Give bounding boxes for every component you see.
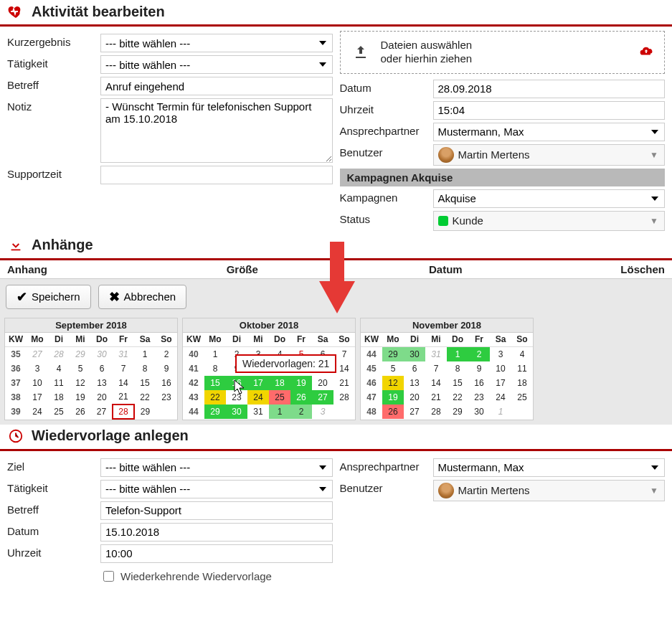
calendar-day[interactable]: 6 xyxy=(91,361,113,376)
calendar-day[interactable]: 12 xyxy=(70,376,91,390)
calendar-day[interactable]: 29 xyxy=(70,347,91,361)
calendar-day[interactable]: 28 xyxy=(113,405,134,419)
calendar-day[interactable]: 19 xyxy=(70,390,91,405)
calendar-day[interactable]: 7 xyxy=(425,361,447,376)
calendar-day[interactable]: 8 xyxy=(134,361,156,376)
calendar-day[interactable]: 27 xyxy=(91,405,113,419)
calendar-day[interactable]: 10 xyxy=(27,376,48,390)
calendar-day[interactable]: 26 xyxy=(382,405,404,419)
calendar-day[interactable]: 5 xyxy=(70,361,91,376)
calendar-day[interactable]: 17 xyxy=(247,376,269,390)
input-fu-uhrzeit[interactable] xyxy=(100,544,333,563)
file-dropzone[interactable]: Dateien auswählen oder hierhin ziehen xyxy=(340,31,666,74)
calendar-day[interactable]: 20 xyxy=(312,376,333,390)
calendar-day[interactable]: 29 xyxy=(134,405,156,419)
calendar-day[interactable]: 15 xyxy=(134,376,156,390)
calendar-day[interactable]: 2 xyxy=(156,347,177,361)
calendar-day[interactable]: 2 xyxy=(468,347,490,361)
calendar-day[interactable]: 25 xyxy=(511,390,533,405)
calendar-day[interactable]: 14 xyxy=(333,361,355,376)
calendar-day[interactable]: 8 xyxy=(447,361,468,376)
calendar-day[interactable]: 1 xyxy=(269,405,290,419)
calendar-day[interactable]: 22 xyxy=(447,390,468,405)
input-fu-betreff[interactable] xyxy=(100,501,333,520)
select-status[interactable]: Kunde ▼ xyxy=(433,211,666,231)
calendar-day[interactable]: 26 xyxy=(70,405,91,419)
select-fu-taetigkeit[interactable]: --- bitte wählen --- xyxy=(100,480,333,498)
calendar-day[interactable]: 7 xyxy=(333,347,355,361)
calendar-day[interactable]: 6 xyxy=(404,361,425,376)
calendar-day[interactable]: 23 xyxy=(156,390,177,405)
calendar-day[interactable]: 3 xyxy=(312,405,333,419)
calendar-day[interactable]: 23 xyxy=(226,390,247,405)
select-taetigkeit[interactable]: --- bitte wählen --- xyxy=(100,55,333,74)
calendar-day[interactable]: 28 xyxy=(333,390,355,405)
calendar-day[interactable]: 19 xyxy=(382,390,404,405)
calendar-day[interactable]: 27 xyxy=(404,405,425,419)
calendar-day[interactable]: 27 xyxy=(27,347,48,361)
calendar-day[interactable]: 13 xyxy=(404,376,425,390)
calendar-day[interactable]: 30 xyxy=(91,347,113,361)
calendar-day[interactable]: 22 xyxy=(204,390,226,405)
calendar-day[interactable]: 4 xyxy=(511,347,533,361)
calendar-day[interactable]: 27 xyxy=(312,390,333,405)
calendar-day[interactable]: 29 xyxy=(204,405,226,419)
calendar-day[interactable]: 10 xyxy=(490,361,511,376)
calendar-day[interactable]: 24 xyxy=(490,390,511,405)
calendar-day[interactable]: 21 xyxy=(333,376,355,390)
calendar-day[interactable]: 25 xyxy=(48,405,70,419)
calendar-day[interactable]: 31 xyxy=(425,347,447,361)
calendar-day[interactable]: 18 xyxy=(511,376,533,390)
select-kampagnen[interactable]: Akquise xyxy=(433,189,666,208)
calendar-day[interactable]: 25 xyxy=(269,390,290,405)
calendar-day[interactable]: 1 xyxy=(490,405,511,419)
select-benutzer[interactable]: Martin Mertens ▼ xyxy=(433,144,666,166)
select-ansprechpartner[interactable]: Mustermann, Max xyxy=(433,123,666,141)
textarea-notiz[interactable]: - Wünscht Termin für telefonischen Suppo… xyxy=(100,98,333,163)
checkbox-recurring[interactable] xyxy=(103,571,114,582)
calendar-day[interactable]: 29 xyxy=(447,405,468,419)
calendar-day[interactable]: 17 xyxy=(27,390,48,405)
calendar-day[interactable]: 23 xyxy=(468,390,490,405)
calendar-day[interactable]: 24 xyxy=(247,390,269,405)
input-uhrzeit[interactable] xyxy=(433,101,666,120)
calendar-day[interactable]: 20 xyxy=(404,390,425,405)
calendar-day[interactable]: 17 xyxy=(490,376,511,390)
calendar-day[interactable]: 16 xyxy=(226,376,247,390)
calendar-day[interactable]: 31 xyxy=(113,347,134,361)
input-fu-datum[interactable] xyxy=(100,523,333,541)
calendar-day[interactable]: 2 xyxy=(290,405,312,419)
select-ziel[interactable]: --- bitte wählen --- xyxy=(100,458,333,477)
calendar-day[interactable]: 1 xyxy=(134,347,156,361)
calendar-day[interactable]: 30 xyxy=(468,405,490,419)
calendar-day[interactable]: 16 xyxy=(156,376,177,390)
calendar-day[interactable]: 26 xyxy=(290,390,312,405)
calendar-day[interactable]: 11 xyxy=(511,361,533,376)
input-supportzeit[interactable] xyxy=(100,166,333,184)
calendar-day[interactable]: 16 xyxy=(468,376,490,390)
calendar-day[interactable]: 4 xyxy=(48,361,70,376)
calendar-day[interactable]: 24 xyxy=(27,405,48,419)
calendar-day[interactable]: 14 xyxy=(425,376,447,390)
cancel-button[interactable]: ✖ Abbrechen xyxy=(98,285,187,309)
calendar-day[interactable]: 5 xyxy=(382,361,404,376)
calendar-day[interactable]: 21 xyxy=(425,390,447,405)
calendar-day[interactable]: 8 xyxy=(204,361,226,376)
save-button[interactable]: ✔ Speichern xyxy=(6,285,91,309)
calendar-day[interactable]: 3 xyxy=(490,347,511,361)
calendar-day[interactable]: 18 xyxy=(269,376,290,390)
calendar-day[interactable]: 7 xyxy=(113,361,134,376)
calendar-day[interactable]: 28 xyxy=(425,405,447,419)
calendar-day[interactable]: 3 xyxy=(27,361,48,376)
calendar-day[interactable]: 1 xyxy=(204,347,226,361)
calendar-day[interactable]: 13 xyxy=(91,376,113,390)
calendar-day[interactable]: 18 xyxy=(48,390,70,405)
input-datum[interactable] xyxy=(433,80,666,98)
select-fu-ansprechpartner[interactable]: Mustermann, Max xyxy=(433,458,666,477)
calendar-day[interactable]: 9 xyxy=(156,361,177,376)
select-kurzergebnis[interactable]: --- bitte wählen --- xyxy=(100,34,333,52)
calendar-day[interactable]: 20 xyxy=(91,390,113,405)
calendar-day[interactable]: 21 xyxy=(113,390,134,405)
calendar-day[interactable]: 14 xyxy=(113,376,134,390)
input-betreff[interactable] xyxy=(100,77,333,95)
